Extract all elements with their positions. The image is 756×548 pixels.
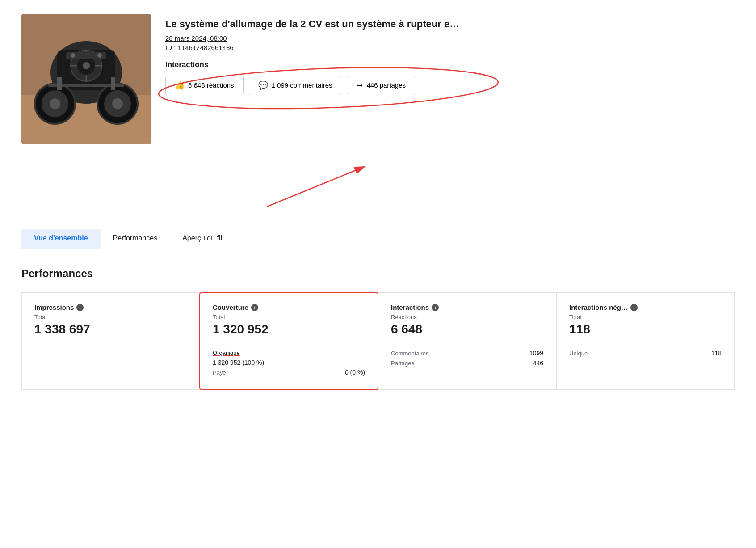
shares-label: 446 partages xyxy=(366,81,406,89)
svg-point-22 xyxy=(97,53,102,58)
post-header: Le système d'allumage de la 2 CV est un … xyxy=(21,14,735,144)
performances-title: Performances xyxy=(21,267,735,280)
interactions-label: Interactions xyxy=(165,60,735,69)
impressions-value: 1 338 697 xyxy=(34,322,187,337)
reactions-button[interactable]: 👍 6 648 réactions xyxy=(165,76,244,95)
post-id: ID : 114617482661436 xyxy=(165,44,735,51)
comment-icon: 💬 xyxy=(258,80,268,90)
interactions-neg-value: 118 xyxy=(569,322,722,337)
svg-line-25 xyxy=(267,166,365,207)
interactions-neg-sublabel: Total xyxy=(569,314,722,320)
couverture-card: Couverture i Total 1 320 952 Organique 1… xyxy=(199,292,378,390)
commentaires-row: Commentaires 1099 xyxy=(391,350,543,357)
couverture-sublabel: Total xyxy=(213,314,365,320)
comments-label: 1 099 commentaires xyxy=(272,81,332,89)
couverture-divider xyxy=(213,344,365,344)
couverture-organique-value-row: 1 320 952 (100 %) xyxy=(213,359,365,366)
post-info: Le système d'allumage de la 2 CV est un … xyxy=(165,14,735,144)
post-thumbnail xyxy=(21,14,151,144)
couverture-info-icon[interactable]: i xyxy=(251,304,258,311)
tabs-section: Vue d'ensemble Performances Aperçu du fi… xyxy=(21,229,735,249)
shares-button[interactable]: ↪ 446 partages xyxy=(347,76,415,95)
page-container: Le système d'allumage de la 2 CV est un … xyxy=(0,0,756,404)
arrow-annotation xyxy=(21,162,735,220)
couverture-paye-value: 0 (0 %) xyxy=(345,369,365,376)
couverture-organique-value: 1 320 952 (100 %) xyxy=(213,359,264,366)
couverture-title: Couverture i xyxy=(213,304,365,311)
metrics-grid: Impressions i Total 1 338 697 Couverture… xyxy=(21,292,735,390)
svg-point-21 xyxy=(71,53,75,58)
post-title: Le système d'allumage de la 2 CV est un … xyxy=(165,18,735,31)
interactions-neg-divider xyxy=(569,344,722,344)
interactions-neg-title: Interactions nég… i xyxy=(569,304,722,311)
post-date: 28 mars 2024, 08:00 xyxy=(165,34,735,42)
couverture-value: 1 320 952 xyxy=(213,322,365,337)
like-icon: 👍 xyxy=(175,80,185,90)
interactions-container: 👍 6 648 réactions 💬 1 099 commentaires ↪… xyxy=(165,76,415,95)
couverture-paye-row: Payé 0 (0 %) xyxy=(213,369,365,376)
comments-button[interactable]: 💬 1 099 commentaires xyxy=(249,76,342,95)
tab-vue-ensemble[interactable]: Vue d'ensemble xyxy=(21,229,101,249)
svg-rect-19 xyxy=(111,77,115,90)
tabs-list: Vue d'ensemble Performances Aperçu du fi… xyxy=(21,229,735,249)
couverture-organique-row: Organique xyxy=(213,350,365,356)
performances-section: Performances Impressions i Total 1 338 6… xyxy=(21,267,735,390)
svg-point-12 xyxy=(83,62,90,69)
partages-value: 446 xyxy=(533,359,543,367)
svg-point-9 xyxy=(112,98,123,109)
commentaires-label: Commentaires xyxy=(391,350,429,357)
svg-point-6 xyxy=(50,98,60,109)
interactions-sublabel: Réactions xyxy=(391,314,543,320)
interactions-buttons: 👍 6 648 réactions 💬 1 099 commentaires ↪… xyxy=(165,76,415,95)
impressions-sublabel: Total xyxy=(34,314,187,320)
interactions-card: Interactions i Réactions 6 648 Commentai… xyxy=(378,292,556,390)
impressions-card: Impressions i Total 1 338 697 xyxy=(21,292,200,390)
partages-label: Partages xyxy=(391,360,414,367)
share-icon: ↪ xyxy=(356,80,363,90)
interactions-value: 6 648 xyxy=(391,322,543,337)
svg-rect-18 xyxy=(57,77,62,90)
impressions-title: Impressions i xyxy=(34,304,187,311)
unique-row: Unique 118 xyxy=(569,350,722,357)
couverture-organique-label: Organique xyxy=(213,350,240,356)
interactions-info-icon[interactable]: i xyxy=(432,304,439,311)
couverture-paye-label: Payé xyxy=(213,369,226,376)
arrow-svg xyxy=(200,157,602,215)
unique-value: 118 xyxy=(711,350,722,357)
commentaires-value: 1099 xyxy=(529,350,543,357)
impressions-info-icon[interactable]: i xyxy=(76,304,84,311)
interactions-card-title: Interactions i xyxy=(391,304,543,311)
tab-performances[interactable]: Performances xyxy=(101,229,170,249)
tab-apercu-fil[interactable]: Aperçu du fil xyxy=(170,229,235,249)
unique-label: Unique xyxy=(569,350,588,357)
interactions-neg-card: Interactions nég… i Total 118 Unique 118 xyxy=(556,292,735,390)
partages-row: Partages 446 xyxy=(391,359,543,367)
reactions-label: 6 648 réactions xyxy=(188,81,234,89)
interactions-neg-info-icon[interactable]: i xyxy=(630,304,638,311)
interactions-divider xyxy=(391,344,543,344)
